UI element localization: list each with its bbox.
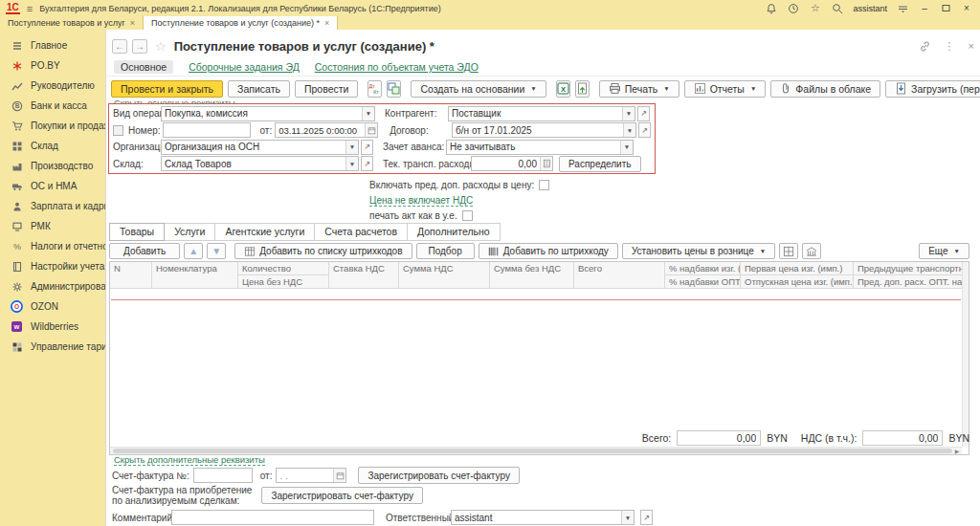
dropdown-icon[interactable]: ▼ [345,141,358,154]
post-button[interactable]: Провести [295,80,358,98]
total-value-field[interactable] [677,430,761,446]
load-from-file-button[interactable]: Загрузить (перезаполнить) из файла [885,80,980,98]
pick-button[interactable]: Подбор [416,243,475,259]
vertical-ellipsis-icon[interactable]: ⋮ [945,40,955,53]
contract-field[interactable]: ▼ [452,122,636,138]
favorites-star-icon[interactable]: ☆ [809,2,821,14]
distribute-button[interactable]: Распределить [559,156,641,172]
cloud-files-button[interactable]: Файлы в облаке [770,80,880,98]
sidebar-item-main[interactable]: Главное [0,35,105,55]
window-tab-receipt-list[interactable]: Поступление товаров и услуг × [0,16,144,30]
history-icon[interactable] [787,2,799,14]
responsible-field[interactable]: ▼ [451,510,635,525]
items-table-body[interactable] [110,289,962,447]
sidebar-item-accounting-settings[interactable]: Настройки учета [0,256,105,276]
dropdown-icon[interactable]: ▼ [623,123,635,137]
print-act-checkbox[interactable] [462,210,473,221]
close-tab-icon[interactable]: × [324,18,329,28]
main-menu-icon[interactable]: ≡ [27,3,33,14]
forward-button[interactable]: → [132,39,147,54]
sidebar-item-taxes-reports[interactable]: % Налоги и отчетность [0,236,105,256]
include-costs-checkbox[interactable] [539,180,549,190]
current-user[interactable]: assistant [853,4,887,13]
comment-field[interactable] [171,510,374,525]
link-edo-states[interactable]: Состояния по объектам учета ЭДО [315,61,479,73]
register-invoice-button[interactable]: Зарегистрировать счет-фактуру [358,467,519,484]
sidebar-item-warehouse[interactable]: Склад [0,136,105,156]
sidebar-item-ozon[interactable]: O OZON [0,296,105,317]
post-and-close-button[interactable]: Провести и закрыть [111,80,223,98]
number-edit-checkbox[interactable] [113,125,123,136]
calendar-icon[interactable] [333,469,345,482]
favorite-star-icon[interactable]: ☆ [155,39,167,54]
open-contract-icon[interactable]: ↗ [638,122,651,138]
sidebar-item-salary-hr[interactable]: Зарплата и кадры [0,196,105,216]
tab-settlement-accounts[interactable]: Счета расчетов [315,223,408,241]
dropdown-icon[interactable]: ▼ [622,107,635,121]
vertical-scrollbar[interactable] [962,262,969,447]
items-more-button[interactable]: Еще▼ [919,243,969,259]
open-counterparty-icon[interactable]: ↗ [637,106,650,121]
close-form-icon[interactable]: × [969,40,974,52]
document-date-field[interactable] [275,122,378,138]
set-retail-prices-button[interactable]: Установить цены в рознице▼ [622,243,775,259]
items-table[interactable]: N Номенклатура Количество Цена без НДС С… [109,261,969,455]
vat-value-field[interactable] [862,430,943,446]
sidebar-item-purchases-sales[interactable]: Покупки и продажи [0,116,105,136]
document-number-field[interactable] [163,122,251,138]
calculator-icon[interactable] [540,157,552,170]
service-menu-icon[interactable] [897,2,909,14]
open-responsible-icon[interactable]: ↗ [640,510,653,525]
scroll-right-icon[interactable]: ▶ [952,448,962,454]
price-includes-vat-link[interactable]: Цена не включает НДС [369,195,473,207]
shop-equipment-button[interactable] [802,243,821,259]
hide-additional-requisites-link[interactable]: Скрыть дополнительные реквизиты [114,455,265,466]
invoice-date-field[interactable] [276,468,346,483]
column-settings-button[interactable] [779,243,798,259]
dropdown-icon[interactable]: ▼ [345,157,358,170]
dropdown-icon[interactable]: ▼ [621,511,634,524]
sidebar-item-manager[interactable]: Руководителю [0,76,105,96]
document-structure-button[interactable] [387,80,401,98]
edo-send-button[interactable] [575,80,590,98]
sidebar-item-po-by[interactable]: PO.BY [0,55,105,76]
dropdown-icon[interactable]: ▼ [362,107,374,121]
warehouse-field[interactable]: ▼ [161,156,359,171]
print-button[interactable]: Печать▼ [599,80,679,98]
counterparty-field[interactable]: ▼ [448,106,635,121]
restore-button[interactable] [940,4,951,12]
dropdown-icon[interactable]: ▼ [620,141,633,154]
sidebar-item-production[interactable]: Производство [0,156,105,176]
advance-offset-field[interactable]: ▼ [446,140,634,155]
window-tab-receipt-new[interactable]: Поступление товаров и услуг (создание) *… [144,16,338,30]
calendar-icon[interactable] [365,123,377,137]
close-window-button[interactable]: × [961,3,972,13]
open-warehouse-icon[interactable]: ↗ [361,156,373,171]
transport-costs-field[interactable] [471,156,553,171]
create-based-on-button[interactable]: Создать на основании▼ [411,80,546,98]
horizontal-scrollbar[interactable]: ▶ [110,447,962,454]
sidebar-item-fixed-assets[interactable]: ОС и НМА [0,176,105,196]
back-button[interactable]: ← [112,39,127,54]
get-link-icon[interactable] [919,40,931,53]
tab-main[interactable]: Основное [114,60,173,74]
save-button[interactable]: Записать [228,80,290,98]
sidebar-item-bank-cash[interactable]: B Банк и касса [0,96,105,116]
add-by-barcode-list-button[interactable]: Добавить по списку штрихкодов [234,243,412,259]
sidebar-item-wildberries[interactable]: W Wildberries [0,317,105,337]
close-tab-icon[interactable]: × [130,18,135,28]
open-organization-icon[interactable]: ↗ [361,140,373,155]
tab-additional[interactable]: Дополнительно [408,223,501,241]
scrollbar-thumb[interactable] [113,449,952,453]
sidebar-item-rmk[interactable]: РМК [0,216,105,236]
move-down-button[interactable]: ▼ [207,243,226,259]
reports-button[interactable]: Отчеты▼ [684,80,767,98]
organization-field[interactable]: ▼ [161,140,359,155]
excel-export-button[interactable]: X [556,80,570,98]
register-analyzed-invoice-button[interactable]: Зарегистрировать счет-фактуру [261,487,422,504]
tab-goods[interactable]: Товары [109,223,165,241]
dt-kt-button[interactable]: ДтКт [368,80,382,98]
sidebar-item-tariff-management[interactable]: Управление тарифом [0,337,105,357]
link-assembly-tasks[interactable]: Сборочные задания ЭД [189,61,300,73]
minimize-button[interactable]: – [919,3,930,13]
